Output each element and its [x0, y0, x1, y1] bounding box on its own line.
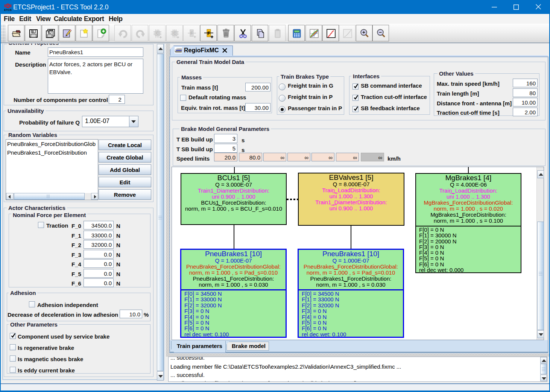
svg-text:C: C: [173, 31, 176, 35]
svg-text:ETCS: ETCS: [4, 8, 12, 12]
svg-text:F: F: [190, 31, 193, 35]
svg-text:F: F: [207, 31, 210, 36]
svg-text:C: C: [156, 31, 159, 35]
